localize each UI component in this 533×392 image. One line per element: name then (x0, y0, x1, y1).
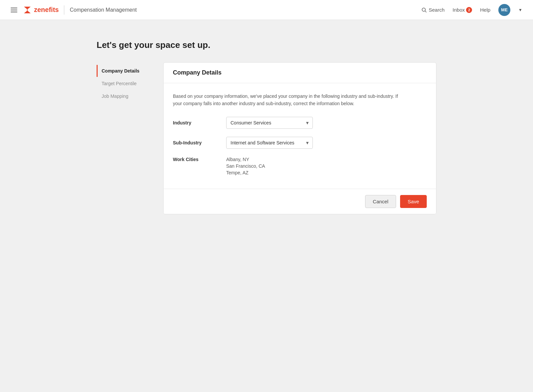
svg-point-0 (422, 8, 425, 11)
cancel-button[interactable]: Cancel (365, 195, 396, 208)
subindustry-label: Sub-Industry (173, 140, 226, 145)
subindustry-select-wrapper: Internet and Software Services ▼ (226, 137, 313, 149)
city-item: Tempe, AZ (226, 170, 265, 175)
app-name-label: Compensation Management (70, 7, 137, 13)
subindustry-row: Sub-Industry Internet and Software Servi… (173, 137, 427, 149)
card-header: Company Details (164, 63, 436, 83)
sidebar-item-company-details[interactable]: Company Details (97, 65, 163, 77)
avatar[interactable]: ME (498, 4, 510, 16)
city-item: Albany, NY (226, 157, 265, 162)
sidebar-item-target-percentile-label: Target Percentile (102, 81, 137, 86)
search-button[interactable]: Search (421, 7, 445, 13)
card-body: Based on your company information, we've… (164, 83, 436, 189)
help-button[interactable]: Help (480, 7, 490, 13)
page-title: Let's get your space set up. (97, 40, 436, 50)
zenefits-logo-icon (23, 5, 32, 15)
body-row: Company Details Target Percentile Job Ma… (97, 62, 436, 214)
subindustry-select[interactable]: Internet and Software Services (226, 137, 313, 149)
save-button[interactable]: Save (400, 195, 427, 208)
sidebar-item-job-mapping-label: Job Mapping (102, 94, 128, 99)
header-left: zenefits Compensation Management (11, 5, 421, 15)
work-cities-label: Work Cities (173, 157, 226, 162)
inbox-button[interactable]: Inbox 2 (453, 7, 472, 13)
zenefits-logo[interactable]: zenefits (23, 5, 59, 15)
company-details-card: Company Details Based on your company in… (163, 62, 436, 214)
logo-text-label: zenefits (34, 6, 59, 14)
industry-row: Industry Consumer Services ▼ (173, 117, 427, 129)
avatar-chevron-icon[interactable]: ▼ (518, 8, 522, 12)
card-description: Based on your company information, we've… (173, 93, 399, 107)
industry-select[interactable]: Consumer Services (226, 117, 313, 129)
city-item: San Francisco, CA (226, 163, 265, 169)
content-wrapper: Let's get your space set up. Company Det… (83, 20, 450, 234)
sidebar-item-target-percentile[interactable]: Target Percentile (97, 78, 163, 90)
header-divider (64, 5, 64, 15)
search-label: Search (429, 7, 445, 13)
industry-select-wrapper: Consumer Services ▼ (226, 117, 313, 129)
cities-list: Albany, NY San Francisco, CA Tempe, AZ (226, 157, 265, 175)
logo-container: zenefits Compensation Management (23, 5, 137, 15)
sidebar-item-company-details-label: Company Details (102, 68, 140, 74)
header-right: Search Inbox 2 Help ME ▼ (421, 4, 522, 16)
header: zenefits Compensation Management Search … (0, 0, 533, 20)
inbox-badge: 2 (466, 7, 472, 13)
sidebar: Company Details Target Percentile Job Ma… (97, 62, 163, 103)
card-footer: Cancel Save (164, 189, 436, 214)
svg-line-1 (425, 11, 426, 12)
work-cities-row: Work Cities Albany, NY San Francisco, CA… (173, 157, 427, 175)
card-title: Company Details (173, 69, 222, 76)
search-icon (421, 7, 427, 13)
sidebar-item-job-mapping[interactable]: Job Mapping (97, 90, 163, 102)
industry-label: Industry (173, 120, 226, 125)
hamburger-menu-icon[interactable] (11, 8, 17, 12)
inbox-label: Inbox (453, 7, 465, 13)
